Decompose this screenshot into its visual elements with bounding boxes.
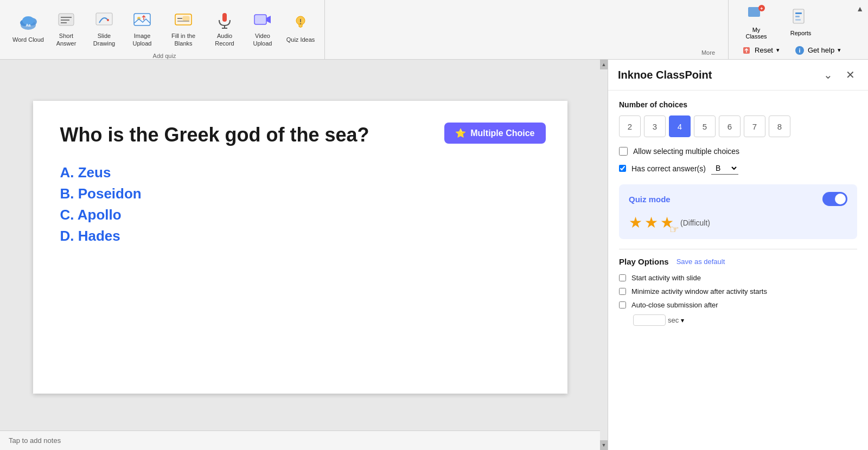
my-classes-icon: + [746,3,766,24]
svg-rect-9 [96,13,112,25]
allow-multiple-row: Allow selecting multiple choices [619,147,857,156]
toolbar-item-image-upload[interactable]: Image Upload [124,7,161,50]
slide-content-col: Who is the Greek god of the sea? A. Zeus… [0,60,600,450]
choice-num-6[interactable]: 6 [719,115,741,137]
toolbar-collapse-button[interactable]: ▲ [856,0,864,59]
svg-rect-28 [795,12,802,14]
toolbar-right-top: + MyClasses Reports [737,2,845,40]
fill-blanks-label: Fill in the Blanks [164,33,203,47]
choice-num-8[interactable]: 8 [769,115,790,137]
sec-input[interactable] [633,314,666,326]
svg-point-23 [300,23,301,24]
minimize-activity-label: Minimize activity window after activity … [631,287,767,295]
multiple-choice-badge[interactable]: ⭐ Multiple Choice [444,123,545,144]
slide-notes[interactable]: Tap to add notes [0,430,600,450]
quiz-mode-row: Quiz mode [629,192,847,206]
choice-num-2[interactable]: 2 [619,115,641,137]
slide: Who is the Greek god of the sea? A. Zeus… [33,101,567,394]
scrollbar-up-button[interactable]: ▲ [600,60,608,69]
svg-text:+: + [760,6,763,11]
cursor-hand-icon: ☞ [669,223,679,236]
slide-notes-text: Tap to add notes [9,436,61,445]
play-options-title: Play Options [619,257,669,266]
slide-scroll-wrapper: Who is the Greek god of the sea? A. Zeus… [0,60,608,450]
main-area: Who is the Greek god of the sea? A. Zeus… [0,60,868,450]
scrollbar-down-button[interactable]: ▼ [600,440,608,450]
word-cloud-label: Word Cloud [12,36,44,43]
svg-rect-17 [222,13,227,22]
svg-text:Aa: Aa [26,23,31,27]
minimize-activity-checkbox[interactable] [619,288,626,295]
toolbar-item-short-answer[interactable]: Short Answer [48,7,85,50]
choice-num-3[interactable]: 3 [644,115,666,137]
audio-record-icon [214,9,235,30]
choice-num-5[interactable]: 5 [694,115,716,137]
slide-container: Who is the Greek god of the sea? A. Zeus… [0,60,600,430]
video-upload-icon [252,9,273,30]
stars-row: ★ ★ ★ ☞ (Difficult) [629,214,847,232]
auto-close-row: Auto-close submission after [619,301,857,309]
star-3[interactable]: ★ ☞ [660,214,674,232]
play-options-header: Play Options Save as default [619,257,857,266]
reset-button[interactable]: Reset ▾ [737,43,784,57]
choice-num-7[interactable]: 7 [744,115,765,137]
slide-choice-a: A. Zeus [60,164,540,181]
panel-header: Inknoe ClassPoint ⌄ ✕ [608,60,868,91]
toolbar-item-slide-drawing[interactable]: Slide Drawing [86,7,123,50]
slide-choice-b: B. Poseidon [60,185,540,202]
get-help-button[interactable]: i Get help ▾ [790,43,845,57]
svg-rect-15 [183,16,189,21]
panel-header-buttons: ⌄ ✕ [820,67,858,82]
number-of-choices-label: Number of choices [619,100,857,109]
toolbar-item-fill-blanks[interactable]: Fill in the Blanks [162,7,205,50]
toolbar-reports[interactable]: Reports [782,2,820,40]
short-answer-label: Short Answer [50,33,82,47]
quiz-mode-card: Quiz mode ★ ★ ★ ☞ (Difficult) [619,184,857,239]
svg-text:i: i [799,47,800,54]
slide-choices: A. Zeus B. Poseidon C. Apollo D. Hades [60,164,540,245]
get-help-chevron: ▾ [838,47,841,54]
short-answer-icon [55,9,77,30]
has-correct-row: Has correct answer(s) B A C D [619,162,857,175]
toolbar-item-word-cloud[interactable]: Aa Word Cloud [10,7,47,50]
toolbar-item-video-upload[interactable]: Video Upload [244,7,281,50]
svg-rect-29 [795,16,800,17]
right-panel: Inknoe ClassPoint ⌄ ✕ Number of choices … [608,60,868,450]
start-activity-checkbox[interactable] [619,274,626,281]
slide-choice-d: D. Hades [60,228,540,245]
star-2[interactable]: ★ [644,214,658,232]
panel-close-button[interactable]: ✕ [843,67,858,82]
toolbar-item-audio-record[interactable]: Audio Record [206,7,243,50]
my-classes-label: MyClasses [745,27,767,40]
slide-scrollbar[interactable]: ▲ ▼ [600,60,608,450]
star-1[interactable]: ★ [629,214,642,232]
quiz-mode-toggle[interactable] [822,192,847,206]
scrollbar-track [600,69,608,440]
quiz-ideas-label: Quiz Ideas [286,36,315,43]
slide-choice-c: C. Apollo [60,207,540,223]
toolbar-my-classes[interactable]: + MyClasses [737,2,775,40]
play-option-row-1: Start activity with slide [619,274,857,282]
choice-num-4[interactable]: 4 [669,115,691,137]
toolbar-item-quiz-ideas[interactable]: Quiz Ideas [282,7,319,50]
start-activity-label: Start activity with slide [631,274,701,282]
sec-dropdown-icon[interactable]: ▾ [681,317,684,324]
audio-record-label: Audio Record [208,33,241,47]
has-correct-checkbox[interactable] [619,165,626,172]
auto-close-checkbox[interactable] [619,301,626,308]
correct-answer-select[interactable]: B A C D [711,162,738,175]
image-upload-label: Image Upload [126,33,158,47]
word-cloud-icon: Aa [17,12,39,34]
allow-multiple-checkbox[interactable] [619,147,628,156]
quiz-ideas-icon [290,12,311,34]
info-icon: i [795,46,805,55]
save-default-link[interactable]: Save as default [676,258,725,266]
svg-point-10 [107,19,109,21]
add-quiz-section: Aa Word Cloud Short Answer [4,0,325,59]
panel-minimize-button[interactable]: ⌄ [820,67,836,82]
more-section: More [697,0,728,59]
toolbar-right: + MyClasses Reports [728,0,852,59]
toolbar: Aa Word Cloud Short Answer [0,0,868,60]
sec-label: sec [668,316,679,324]
svg-rect-5 [59,14,74,25]
